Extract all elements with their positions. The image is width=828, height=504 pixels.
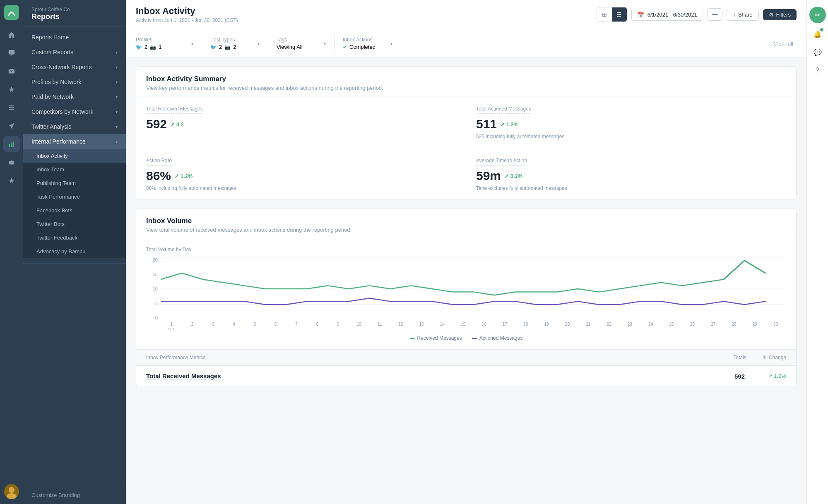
nav-icon-reports[interactable] (3, 136, 20, 152)
nav-icon-compose[interactable] (3, 45, 20, 61)
chevron-down-icon: ▾ (116, 125, 118, 129)
nav-icon-star[interactable] (3, 172, 20, 189)
volume-card-header: Inbox Volume View total volume of receiv… (136, 209, 796, 238)
svg-rect-4 (9, 144, 10, 147)
chevron-down-icon: ▾ (324, 41, 326, 46)
svg-point-9 (12, 162, 13, 163)
metric-trend: ↗ 0.2% (504, 173, 522, 179)
inbox-actions-filter[interactable]: Inbox Actions ✔ Completed ▾ (335, 34, 401, 53)
sidebar-item-label: Cross-Network Reports (31, 64, 91, 70)
sub-item-task-performance[interactable]: Task Performance (23, 190, 126, 204)
chevron-down-icon: ▾ (258, 41, 260, 46)
metric-value: 59m ↗ 0.2% (476, 169, 786, 183)
calendar-icon: 📅 (638, 12, 644, 18)
post-types-filter[interactable]: Post Types 🐦 2 📷 2 ▾ (202, 34, 268, 53)
sub-item-advocacy[interactable]: Advocacy by Bambu (23, 245, 126, 258)
table-header-change: % Change (763, 355, 786, 360)
x-label: 27 (703, 322, 724, 326)
chevron-down-icon: ▾ (116, 80, 118, 84)
customize-branding[interactable]: Customize Branding (23, 486, 126, 504)
chat-icon[interactable]: 💬 (810, 45, 825, 60)
filter-bar: Profiles 🐦 2 📷 1 ▾ Post Types 🐦 2 📷 2 (126, 29, 806, 58)
x-label: 9 (328, 322, 349, 326)
sidebar-item-profiles-network[interactable]: Profiles by Network ▾ (23, 74, 126, 89)
sub-item-twitter-feedback[interactable]: Twitter Feedback (23, 231, 126, 245)
metric-trend: ↗ 1.2% (174, 173, 193, 179)
list-view-button[interactable]: ☰ (612, 7, 627, 22)
x-label: 6 (265, 322, 286, 326)
x-label: 10 (349, 322, 369, 326)
compose-button[interactable]: ✏ (809, 7, 826, 23)
metric-label: Action Rate (146, 158, 172, 166)
x-label: 5 (244, 322, 265, 326)
sidebar-nav: Reports Home Custom Reports ▾ Cross-Netw… (23, 26, 126, 262)
sidebar-item-twitter-analysis[interactable]: Twitter Analysis ▾ (23, 119, 126, 134)
metric-label: Total Actioned Messages (476, 106, 531, 114)
metric-number: 511 (476, 117, 497, 131)
sidebar-item-label: Reports Home (31, 34, 69, 41)
svg-rect-0 (9, 50, 14, 55)
sub-item-facebook-bots[interactable]: Facebook Bots (23, 204, 126, 217)
metric-number: 592 (146, 117, 167, 131)
share-label: Share (738, 12, 753, 18)
x-label: 19 (536, 322, 557, 326)
sidebar-title: Reports (31, 12, 118, 21)
chart-svg-area (161, 257, 786, 320)
tags-filter[interactable]: Tags Viewing All ▾ (268, 34, 335, 53)
y-label: 5 (146, 301, 158, 306)
sidebar-item-label: Competitors by Network (31, 108, 93, 115)
chevron-up-icon: ▴ (116, 139, 118, 144)
sub-item-inbox-team[interactable]: Inbox Team (23, 163, 126, 176)
post-types-filter-value: 🐦 2 📷 2 (210, 44, 255, 50)
table-header-totals: Totals (734, 355, 746, 360)
date-range-button[interactable]: 📅 6/1/2021 - 6/30/2021 (631, 9, 703, 21)
svg-rect-2 (9, 107, 14, 108)
sidebar-item-reports-home[interactable]: Reports Home (23, 30, 126, 45)
nav-icon-pin[interactable] (3, 81, 20, 98)
help-icon[interactable]: ? (810, 63, 825, 78)
company-name: Sprout Coffee Co. (31, 7, 118, 12)
x-label: 12 (390, 322, 411, 326)
sidebar-item-custom-reports[interactable]: Custom Reports ▾ (23, 45, 126, 60)
y-label: 15 (146, 272, 158, 277)
metric-action-rate: Action Rate 86% ↗ 1.2% 88% including ful… (136, 148, 466, 199)
filters-button[interactable]: ⚙ Filters (763, 9, 797, 20)
sub-item-inbox-activity[interactable]: Inbox Activity (23, 149, 126, 163)
sidebar-item-paid-network[interactable]: Paid by Network ▾ (23, 89, 126, 104)
sidebar-item-label: Paid by Network (31, 94, 74, 100)
summary-card-header: Inbox Activity Summary View key performa… (136, 67, 796, 96)
chart-svg (161, 257, 786, 320)
metric-trend: ↗ 4.2 (170, 121, 184, 127)
chart-x-labels: 1SEP 2 3 4 5 6 7 8 9 10 11 12 13 14 (161, 320, 786, 332)
sidebar-submenu: Inbox Activity Inbox Team Publishing Tea… (23, 149, 126, 258)
sidebar-item-internal-performance[interactable]: Internal Performance ▴ (23, 134, 126, 149)
profiles-twitter-count: 2 (144, 44, 147, 50)
sub-item-publishing-team[interactable]: Publishing Team (23, 176, 126, 190)
sidebar-item-cross-network[interactable]: Cross-Network Reports ▾ (23, 60, 126, 74)
nav-icon-inbox[interactable] (3, 63, 20, 79)
nav-icon-send[interactable] (3, 118, 20, 134)
nav-icon-list[interactable] (3, 99, 20, 116)
clear-all-button[interactable]: Clear all (770, 37, 797, 50)
share-button[interactable]: ↑ Share (727, 9, 758, 21)
app-logo[interactable] (4, 5, 19, 20)
x-label: 15 (453, 322, 474, 326)
page-subtitle: Activity from Jun 1, 2021 - Jun 30, 2021… (136, 17, 238, 23)
nav-icon-home[interactable] (3, 26, 20, 43)
twitter-icon: 🐦 (210, 44, 217, 50)
y-label: 0 (146, 315, 158, 320)
sidebar-item-competitors[interactable]: Competitors by Network ▾ (23, 104, 126, 119)
sidebar-item-label: Internal Performance (31, 138, 86, 145)
user-avatar[interactable] (4, 484, 19, 499)
notifications-icon[interactable]: 🔔 (810, 26, 825, 41)
chart-section: Total Volume by Day 20 15 10 5 0 (136, 238, 796, 349)
profiles-filter[interactable]: Profiles 🐦 2 📷 1 ▾ (136, 34, 202, 53)
sub-item-twitter-bots[interactable]: Twitter Bots (23, 217, 126, 231)
nav-icon-bot[interactable] (3, 154, 20, 170)
grid-view-button[interactable]: ⊞ (597, 7, 612, 22)
more-options-button[interactable]: ••• (708, 8, 723, 21)
x-label: 3 (203, 322, 224, 326)
share-icon: ↑ (733, 12, 736, 18)
volume-card-title: Inbox Volume (146, 217, 786, 225)
chevron-down-icon: ▾ (116, 50, 118, 55)
